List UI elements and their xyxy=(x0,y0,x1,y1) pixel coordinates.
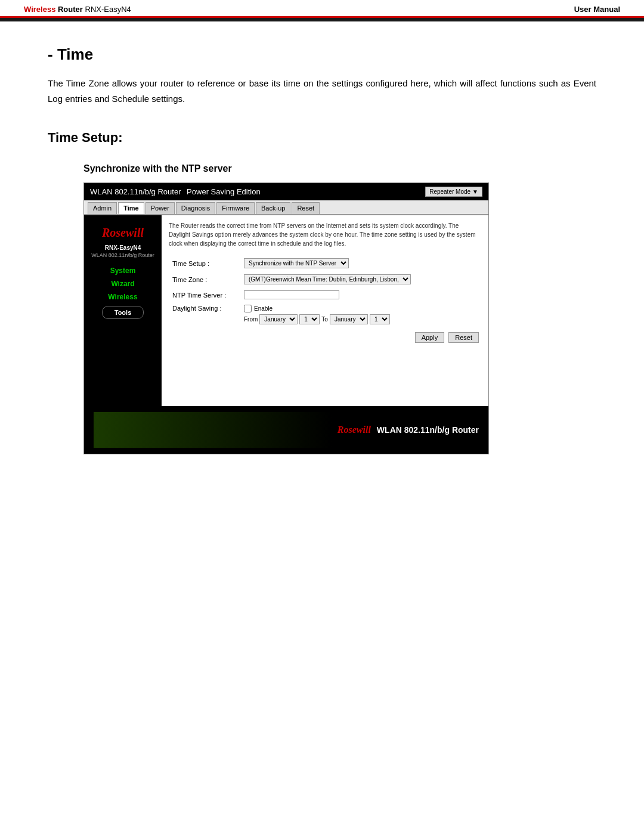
router-body: Rosewill RNX-EasyN4 WLAN 802.11n/b/g Rou… xyxy=(84,215,488,406)
time-setup-row: Time Setup : Synchronize with the NTP Se… xyxy=(169,255,481,271)
header-left: Wireless Router RNX-EasyN4 xyxy=(24,5,131,14)
button-row: Apply Reset xyxy=(169,327,481,345)
tab-reset[interactable]: Reset xyxy=(292,202,320,214)
router-nav: Admin Time Power Diagnosis Firmware Back… xyxy=(84,200,488,215)
rosewill-logo-sidebar: Rosewill xyxy=(102,221,144,242)
ntp-server-value-cell xyxy=(240,287,481,302)
time-setup-value-cell: Synchronize with the NTP Server xyxy=(240,255,481,271)
daylight-enable-label: Enable xyxy=(254,305,273,312)
daylight-saving-value-cell: Enable From January 1 xyxy=(240,302,481,327)
router-footer-text: WLAN 802.11n/b/g Router xyxy=(377,425,479,435)
tab-admin[interactable]: Admin xyxy=(88,202,117,214)
from-day-select[interactable]: 1 xyxy=(299,314,320,324)
sidebar-model: RNX-EasyN4 xyxy=(105,244,141,251)
daylight-saving-label: Daylight Saving : xyxy=(169,302,240,327)
sidebar-link-wireless[interactable]: Wireless xyxy=(84,290,162,304)
time-zone-row: Time Zone : (GMT)Greenwich Mean Time: Du… xyxy=(169,271,481,287)
header-model: RNX-EasyN4 xyxy=(85,5,131,14)
synch-heading: Synchronize with the NTP server xyxy=(83,163,596,174)
router-ui-screenshot: WLAN 802.11n/b/g Router Power Saving Edi… xyxy=(83,182,489,454)
ntp-server-input[interactable] xyxy=(244,290,339,299)
repeater-mode-button[interactable]: Repeater Mode ▼ xyxy=(425,187,482,197)
router-footer: Rosewill WLAN 802.11n/b/g Router xyxy=(84,406,488,454)
sidebar-link-wizard[interactable]: Wizard xyxy=(84,277,162,290)
router-sidebar: Rosewill RNX-EasyN4 WLAN 802.11n/b/g Rou… xyxy=(84,215,162,406)
tab-power[interactable]: Power xyxy=(145,202,175,214)
router-title-bold: WLAN 802.11n/b/g Router xyxy=(90,187,181,196)
router-description-text: The Router reads the correct time from N… xyxy=(169,221,481,248)
time-zone-select[interactable]: (GMT)Greenwich Mean Time: Dublin, Edinbu… xyxy=(244,274,411,284)
from-month-select[interactable]: January xyxy=(259,314,298,324)
to-month-select[interactable]: January xyxy=(330,314,368,324)
form-table: Time Setup : Synchronize with the NTP Se… xyxy=(169,255,481,327)
daylight-enable-checkbox[interactable] xyxy=(244,305,252,312)
router-footer-left-image xyxy=(94,412,332,448)
header-wireless: Wireless xyxy=(24,5,55,14)
page-header: Wireless Router RNX-EasyN4 User Manual xyxy=(0,0,644,18)
time-zone-label: Time Zone : xyxy=(169,271,240,287)
sidebar-link-system[interactable]: System xyxy=(84,264,162,277)
daylight-from-row: From January 1 To January xyxy=(244,314,478,324)
repeater-mode-arrow: ▼ xyxy=(472,188,478,195)
subsection-title: Time Setup: xyxy=(48,130,596,145)
daylight-content: Enable From January 1 xyxy=(244,305,478,324)
reset-button[interactable]: Reset xyxy=(448,332,479,343)
header-right: User Manual xyxy=(574,5,620,14)
ntp-server-label: NTP Time Server : xyxy=(169,287,240,302)
router-main-panel: The Router reads the correct time from N… xyxy=(162,215,488,406)
apply-button[interactable]: Apply xyxy=(415,332,445,343)
time-zone-value-cell: (GMT)Greenwich Mean Time: Dublin, Edinbu… xyxy=(240,271,481,287)
tab-backup[interactable]: Back-up xyxy=(256,202,290,214)
daylight-saving-row: Daylight Saving : Enable From xyxy=(169,302,481,327)
repeater-mode-label: Repeater Mode xyxy=(429,188,470,195)
tab-time[interactable]: Time xyxy=(118,202,144,214)
router-title-sub: Power Saving Edition xyxy=(187,187,261,196)
daylight-enable-row: Enable xyxy=(244,305,478,312)
main-content: - Time The Time Zone allows your router … xyxy=(0,21,644,478)
router-footer-logo: Rosewill xyxy=(338,420,371,438)
section-title: - Time xyxy=(48,45,596,64)
from-label: From xyxy=(244,316,258,323)
ntp-server-row: NTP Time Server : xyxy=(169,287,481,302)
sidebar-model-sub: WLAN 802.11n/b/g Router xyxy=(91,252,154,258)
to-day-select[interactable]: 1 xyxy=(370,314,390,324)
sidebar-link-tools[interactable]: Tools xyxy=(102,306,144,319)
router-top-bar: WLAN 802.11n/b/g Router Power Saving Edi… xyxy=(84,183,488,200)
time-setup-select[interactable]: Synchronize with the NTP Server xyxy=(244,258,349,268)
header-router-word: Router xyxy=(58,5,83,14)
tab-diagnosis[interactable]: Diagnosis xyxy=(176,202,215,214)
to-label: To xyxy=(321,316,328,323)
time-setup-label: Time Setup : xyxy=(169,255,240,271)
router-top-bar-title: WLAN 802.11n/b/g Router Power Saving Edi… xyxy=(90,187,261,196)
tab-firmware[interactable]: Firmware xyxy=(216,202,255,214)
section-description: The Time Zone allows your router to refe… xyxy=(48,76,596,106)
